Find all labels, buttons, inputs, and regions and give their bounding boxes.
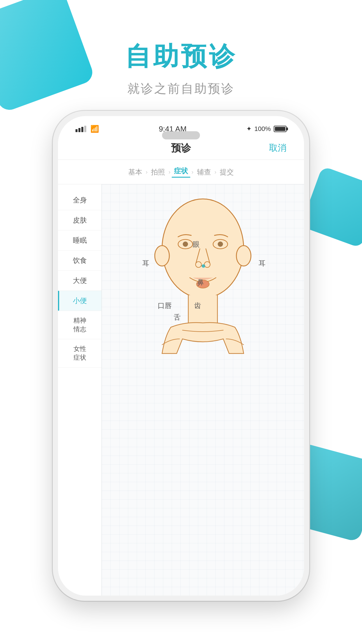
step-active-indicator — [172, 177, 190, 178]
sidebar-item-shuimian[interactable]: 睡眠 — [58, 230, 101, 251]
content-area: 全身 皮肤 睡眠 饮食 大便 小便 — [58, 184, 304, 596]
step-arrow-2: › — [168, 169, 171, 175]
phone-speaker — [162, 131, 200, 139]
phone-screen: 📶 9:41 AM ✦ 100% 预诊 取消 — [58, 116, 304, 596]
body-diagram[interactable]: 眼 耳 耳 鼻 口唇 — [102, 184, 304, 596]
label-ear-right[interactable]: 耳 — [259, 259, 266, 268]
svg-point-7 — [196, 262, 201, 267]
step-bar: 基本 › 拍照 › 症状 › — [58, 160, 304, 184]
step-label-basic: 基本 — [126, 167, 145, 177]
signal-icon — [75, 126, 86, 132]
sidebar-label-shuimian: 睡眠 — [73, 236, 87, 244]
svg-point-6 — [218, 242, 223, 247]
nav-bar: 预诊 取消 — [58, 136, 304, 160]
phone-mockup: 📶 9:41 AM ✦ 100% 预诊 取消 — [53, 111, 309, 601]
step-arrow-4: › — [215, 169, 217, 175]
page-subtitle: 就诊之前自助预诊 — [0, 80, 362, 97]
sidebar-active-indicator — [58, 291, 59, 311]
bg-decoration-rightmid — [301, 166, 362, 248]
sidebar-item-quanshen[interactable]: 全身 — [58, 190, 101, 210]
battery-icon — [274, 126, 287, 132]
label-ear-left[interactable]: 耳 — [142, 259, 149, 268]
svg-point-1 — [155, 246, 169, 266]
signal-bar-1 — [75, 129, 78, 132]
sidebar-label-dabian: 大便 — [73, 276, 87, 284]
sidebar-item-pifu[interactable]: 皮肤 — [58, 210, 101, 230]
step-arrow-1: › — [146, 169, 148, 175]
sidebar-item-yinshi[interactable]: 饮食 — [58, 251, 101, 271]
left-sidebar: 全身 皮肤 睡眠 饮食 大便 小便 — [58, 184, 102, 596]
label-mouth[interactable]: 口唇 — [158, 301, 172, 310]
sidebar-label-quanshen: 全身 — [73, 196, 87, 204]
sidebar-item-dabian[interactable]: 大便 — [58, 271, 101, 291]
step-item-symptoms[interactable]: 症状 — [172, 166, 190, 178]
svg-point-2 — [236, 246, 251, 266]
face-illustration: 眼 耳 耳 鼻 口唇 — [130, 190, 276, 400]
step-item-submit[interactable]: 提交 — [217, 167, 236, 177]
step-item-basic[interactable]: 基本 — [126, 167, 145, 177]
svg-point-4 — [183, 242, 188, 247]
status-right: ✦ 100% — [246, 125, 287, 133]
wifi-icon: 📶 — [90, 125, 99, 133]
status-left: 📶 — [75, 125, 99, 133]
sidebar-label-xiaobian: 小便 — [73, 297, 87, 304]
signal-bar-3 — [81, 127, 83, 132]
cancel-button[interactable]: 取消 — [269, 142, 287, 154]
sidebar-item-nvxing[interactable]: 女性 症状 — [58, 339, 101, 368]
battery-fill — [275, 127, 285, 131]
step-arrow-3: › — [191, 169, 194, 175]
label-nose[interactable]: 鼻 — [197, 278, 204, 287]
sidebar-item-jingshen[interactable]: 精神 情志 — [58, 311, 101, 339]
page-main-title: 自助预诊 — [0, 41, 362, 72]
bluetooth-icon: ✦ — [246, 125, 252, 133]
phone-outer-frame: 📶 9:41 AM ✦ 100% 预诊 取消 — [53, 111, 309, 601]
svg-point-9 — [202, 264, 205, 268]
sidebar-item-xiaobian[interactable]: 小便 — [58, 291, 101, 311]
step-label-submit: 提交 — [217, 167, 236, 177]
signal-bar-4 — [84, 126, 86, 132]
step-label-exam: 辅查 — [195, 167, 213, 177]
svg-point-8 — [204, 262, 210, 267]
header-section: 自助预诊 就诊之前自助预诊 — [0, 0, 362, 97]
sidebar-label-nvxing: 女性 症状 — [73, 345, 86, 361]
step-label-photo: 拍照 — [149, 167, 167, 177]
nav-title: 预诊 — [171, 141, 191, 155]
sidebar-label-yinshi: 饮食 — [73, 256, 87, 264]
label-tongue[interactable]: 舌 — [174, 313, 181, 322]
step-item-exam[interactable]: 辅查 — [195, 167, 213, 177]
battery-percent: 100% — [254, 125, 271, 133]
sidebar-label-pifu: 皮肤 — [73, 216, 87, 224]
step-label-symptoms: 症状 — [172, 166, 190, 176]
signal-bar-2 — [78, 128, 80, 132]
sidebar-label-jingshen: 精神 情志 — [73, 317, 86, 333]
label-teeth[interactable]: 齿 — [194, 301, 201, 310]
label-eye[interactable]: 眼 — [193, 240, 200, 249]
step-item-photo[interactable]: 拍照 — [149, 167, 167, 177]
